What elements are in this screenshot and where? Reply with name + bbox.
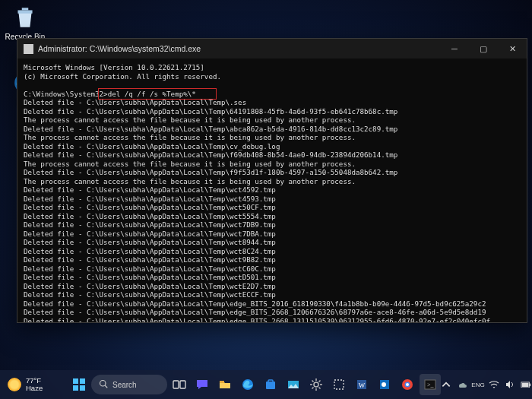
term-line: Deleted file - C:\Users\subha\AppData\Lo… <box>24 220 276 229</box>
term-line: The process cannot access the file becau… <box>24 116 356 124</box>
taskbar-app-settings[interactable] <box>306 374 327 395</box>
svg-rect-9 <box>180 381 185 388</box>
close-button[interactable]: ✕ <box>498 39 527 59</box>
taskbar-app-store[interactable] <box>260 374 281 395</box>
term-line: The process cannot access the file becau… <box>24 160 356 168</box>
svg-point-15 <box>314 382 318 387</box>
term-line: Deleted file - C:\Users\subha\AppData\Lo… <box>24 168 397 176</box>
taskbar-search[interactable]: Search <box>91 375 167 394</box>
window-title: Administrator: C:\Windows\system32\cmd.e… <box>38 44 201 53</box>
svg-text:W: W <box>359 382 366 389</box>
tray-language-icon[interactable]: ENG <box>473 379 483 390</box>
minimize-button[interactable]: ─ <box>440 39 469 59</box>
weather-icon <box>8 378 21 391</box>
weather-cond: Haze <box>26 385 43 392</box>
tray-chevron-up-icon[interactable] <box>441 379 451 390</box>
term-line: (c) Microsoft Corporation. All rights re… <box>24 72 221 81</box>
desktop-icon-recycle-bin[interactable]: Recycle Bin <box>3 5 47 41</box>
term-line: Deleted file - C:\Users\subha\AppData\Lo… <box>24 264 276 273</box>
taskbar[interactable]: 77°F Haze Search <box>0 370 532 399</box>
term-line: C:\Windows\System32>del /q /f /s %Temp%\… <box>24 90 196 98</box>
term-line: Deleted file - C:\Users\subha\AppData\Lo… <box>24 150 397 159</box>
svg-rect-16 <box>334 380 344 389</box>
weather-text: 77°F Haze <box>26 377 43 393</box>
term-line: Deleted file - C:\Users\subha\AppData\Lo… <box>24 203 276 211</box>
taskbar-app-cmd[interactable]: >_ <box>420 374 441 395</box>
term-line: Deleted file - C:\Users\subha\AppData\Lo… <box>24 299 486 308</box>
svg-rect-13 <box>268 380 273 382</box>
maximize-button[interactable]: ▢ <box>469 39 498 59</box>
tray-volume-icon[interactable] <box>505 379 515 390</box>
taskbar-app-outlook[interactable] <box>374 374 395 395</box>
taskbar-app-chat[interactable] <box>192 374 213 395</box>
cmd-icon <box>24 44 33 54</box>
tray-onedrive-icon[interactable] <box>457 379 467 390</box>
term-line: Deleted file - C:\Users\subha\AppData\Lo… <box>24 273 276 281</box>
svg-point-20 <box>382 382 386 387</box>
term-line: Deleted file - C:\Users\subha\AppData\Lo… <box>24 255 276 264</box>
term-line: Deleted file - C:\Users\subha\AppData\Lo… <box>24 185 276 194</box>
recycle-bin-icon <box>12 5 38 30</box>
term-line: Deleted file - C:\Users\subha\AppData\Lo… <box>24 212 276 220</box>
search-placeholder: Search <box>112 381 137 389</box>
svg-rect-8 <box>173 381 179 388</box>
svg-rect-27 <box>522 382 529 386</box>
cmd-window[interactable]: Administrator: C:\Windows\system32\cmd.e… <box>17 38 527 323</box>
svg-rect-28 <box>529 383 530 386</box>
term-line: Deleted file - C:\Users\subha\AppData\Lo… <box>24 107 397 116</box>
svg-line-7 <box>105 385 107 388</box>
svg-rect-3 <box>80 378 85 384</box>
search-icon <box>99 379 108 390</box>
term-line: The process cannot access the file becau… <box>24 133 356 141</box>
term-line: Deleted file - C:\Users\subha\AppData\Lo… <box>24 308 486 316</box>
svg-rect-10 <box>220 381 224 383</box>
term-line: Deleted file - C:\Users\subha\AppData\Lo… <box>24 142 280 150</box>
svg-rect-4 <box>73 385 78 391</box>
taskbar-app-snip[interactable] <box>328 374 350 395</box>
term-line: Microsoft Windows [Version 10.0.22621.27… <box>24 63 204 71</box>
svg-text:>_: >_ <box>427 382 435 388</box>
task-view-button[interactable] <box>169 374 190 395</box>
start-button[interactable] <box>68 374 90 395</box>
taskbar-app-explorer[interactable] <box>214 374 236 395</box>
term-line: Deleted file - C:\Users\subha\AppData\Lo… <box>24 238 276 246</box>
taskbar-app-photos[interactable] <box>283 374 304 395</box>
term-line: Deleted file - C:\Users\subha\AppData\Lo… <box>24 290 276 299</box>
term-line: Deleted file - C:\Users\subha\AppData\Lo… <box>24 282 276 290</box>
tray-wifi-icon[interactable] <box>489 379 499 390</box>
svg-point-23 <box>406 383 409 386</box>
titlebar[interactable]: Administrator: C:\Windows\system32\cmd.e… <box>17 39 527 59</box>
weather-widget[interactable]: 77°F Haze <box>8 377 43 393</box>
term-line: Deleted file - C:\Users\subha\AppData\Lo… <box>24 317 490 323</box>
svg-rect-2 <box>73 378 78 384</box>
term-line: Deleted file - C:\Users\subha\AppData\Lo… <box>24 247 276 255</box>
term-line: Deleted file - C:\Users\subha\AppData\Lo… <box>24 98 246 106</box>
svg-rect-0 <box>22 8 29 10</box>
terminal-output[interactable]: Microsoft Windows [Version 10.0.22621.27… <box>17 59 527 322</box>
taskbar-app-chrome[interactable] <box>397 374 418 395</box>
term-line: Deleted file - C:\Users\subha\AppData\Lo… <box>24 125 397 133</box>
term-line: The process cannot access the file becau… <box>24 177 356 185</box>
term-line: Deleted file - C:\Users\subha\AppData\Lo… <box>24 230 276 238</box>
taskbar-app-edge[interactable] <box>237 374 258 395</box>
svg-point-6 <box>100 381 106 387</box>
tray-battery-icon[interactable] <box>521 379 531 390</box>
svg-rect-5 <box>80 385 85 391</box>
taskbar-app-word[interactable]: W <box>351 374 372 395</box>
term-line: Deleted file - C:\Users\subha\AppData\Lo… <box>24 195 276 203</box>
